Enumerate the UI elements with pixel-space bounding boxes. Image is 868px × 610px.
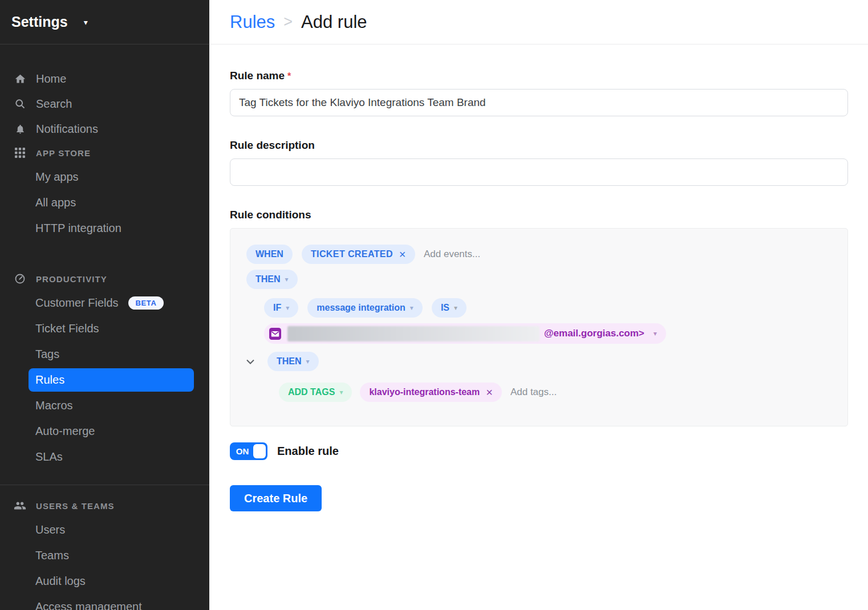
sidebar-item-label: Macros xyxy=(35,399,73,412)
condition-field-label: message integration xyxy=(317,303,405,313)
rule-name-label-row: Rule name* xyxy=(230,70,848,82)
tag-chip-klaviyo-integrations-team[interactable]: klaviyo-integrations-team × xyxy=(360,383,502,402)
bell-icon xyxy=(14,123,26,135)
caret-down-icon: ▾ xyxy=(285,275,289,283)
when-keyword-pill[interactable]: WHEN xyxy=(246,245,293,264)
sidebar-item-label: Search xyxy=(36,97,72,111)
sidebar-section-users-teams[interactable]: USERS & TEAMS xyxy=(0,494,209,517)
create-rule-button[interactable]: Create Rule xyxy=(230,485,322,511)
toggle-state-label: ON xyxy=(232,446,253,456)
caret-down-icon: ▾ xyxy=(654,330,657,337)
sidebar-section-label: PRODUCTIVITY xyxy=(36,274,107,284)
sidebar-item-http-integration[interactable]: HTTP integration xyxy=(0,215,209,241)
sidebar-item-label: Ticket Fields xyxy=(35,322,99,335)
sidebar-item-slas[interactable]: SLAs xyxy=(0,444,209,470)
people-icon xyxy=(14,499,26,512)
caret-down-icon: ▾ xyxy=(339,388,343,396)
settings-sidebar: Settings ▾ Home Search Notifications xyxy=(0,0,209,610)
caret-down-icon: ▾ xyxy=(286,304,289,312)
remove-event-icon[interactable]: × xyxy=(399,249,406,260)
rule-name-input[interactable] xyxy=(230,89,848,116)
sidebar-item-label: My apps xyxy=(35,170,79,184)
rule-name-label: Rule name xyxy=(230,70,285,82)
rule-description-label: Rule description xyxy=(230,139,848,152)
sidebar-item-notifications[interactable]: Notifications xyxy=(0,116,209,141)
sidebar-item-access-management[interactable]: Access management xyxy=(0,594,209,610)
sidebar-item-users[interactable]: Users xyxy=(0,517,209,543)
then-keyword-pill[interactable]: THEN ▾ xyxy=(246,270,298,289)
search-icon xyxy=(14,97,26,110)
toggle-knob xyxy=(253,444,266,458)
required-marker: * xyxy=(287,71,291,81)
sidebar-item-label: Auto-merge xyxy=(35,425,95,438)
then-label: THEN xyxy=(277,356,302,367)
sidebar-item-label: Audit logs xyxy=(35,575,86,588)
add-tags-input[interactable]: Add tags... xyxy=(510,387,557,398)
caret-down-icon: ▾ xyxy=(306,357,310,365)
sidebar-divider xyxy=(0,485,209,485)
breadcrumb-separator-icon: > xyxy=(283,13,293,31)
rule-conditions-panel: WHEN TICKET CREATED × Add events... THEN… xyxy=(230,228,848,426)
home-icon xyxy=(14,72,26,85)
sidebar-section-label: APP STORE xyxy=(36,148,91,158)
sidebar-item-audit-logs[interactable]: Audit logs xyxy=(0,568,209,594)
sidebar-item-tags[interactable]: Tags xyxy=(0,341,209,367)
redacted-integration-name xyxy=(287,326,540,341)
integration-email-suffix: @email.gorgias.com> xyxy=(544,328,644,339)
envelope-icon xyxy=(269,328,281,340)
if-label: IF xyxy=(273,303,281,313)
when-label: WHEN xyxy=(255,249,283,259)
sidebar-section-app-store[interactable]: APP STORE xyxy=(0,141,209,164)
caret-down-icon: ▾ xyxy=(410,304,413,312)
rule-description-input[interactable] xyxy=(230,158,848,186)
sidebar-item-customer-fields[interactable]: Customer Fields BETA xyxy=(0,290,209,316)
collapse-chevron-icon[interactable] xyxy=(246,359,254,364)
enable-rule-label: Enable rule xyxy=(277,445,339,458)
add-tags-action-label: ADD TAGS xyxy=(288,387,335,397)
then-label: THEN xyxy=(255,274,281,284)
if-keyword-pill[interactable]: IF ▾ xyxy=(264,298,298,318)
sidebar-header[interactable]: Settings ▾ xyxy=(0,0,209,44)
sidebar-section-productivity[interactable]: PRODUCTIVITY xyxy=(0,267,209,290)
main-panel: Rules > Add rule Rule name* Rule descrip… xyxy=(209,0,868,610)
beta-badge: BETA xyxy=(128,296,164,310)
page-title: Add rule xyxy=(301,12,367,32)
grid-icon xyxy=(14,147,26,159)
sidebar-item-label: SLAs xyxy=(35,450,63,463)
speedometer-icon xyxy=(14,273,26,285)
event-chip-label: TICKET CREATED xyxy=(311,249,393,259)
sidebar-item-label: HTTP integration xyxy=(35,222,121,235)
sidebar-item-search[interactable]: Search xyxy=(0,91,209,116)
sidebar-item-rules[interactable]: Rules xyxy=(29,368,194,392)
then2-keyword-pill[interactable]: THEN ▾ xyxy=(267,352,319,371)
sidebar-item-macros[interactable]: Macros xyxy=(0,393,209,418)
sidebar-item-label: Home xyxy=(36,72,66,86)
sidebar-item-label: Rules xyxy=(35,373,64,387)
event-chip-ticket-created[interactable]: TICKET CREATED × xyxy=(302,245,415,264)
sidebar-item-label: Access management xyxy=(35,600,142,610)
sidebar-section-label: USERS & TEAMS xyxy=(36,501,115,511)
enable-rule-toggle[interactable]: ON xyxy=(230,442,267,460)
chevron-down-icon: ▾ xyxy=(84,18,88,27)
sidebar-item-my-apps[interactable]: My apps xyxy=(0,164,209,190)
add-tags-action-dropdown[interactable]: ADD TAGS ▾ xyxy=(279,383,352,402)
sidebar-item-label: Teams xyxy=(35,549,69,562)
operator-dropdown[interactable]: IS ▾ xyxy=(432,298,467,318)
sidebar-item-ticket-fields[interactable]: Ticket Fields xyxy=(0,316,209,341)
sidebar-item-label: Notifications xyxy=(36,123,98,136)
sidebar-item-all-apps[interactable]: All apps xyxy=(0,190,209,215)
remove-tag-icon[interactable]: × xyxy=(486,387,493,398)
sidebar-item-label: All apps xyxy=(35,196,76,209)
sidebar-item-teams[interactable]: Teams xyxy=(0,543,209,568)
integration-value-chip[interactable]: @email.gorgias.com> ▾ xyxy=(264,323,666,344)
rule-conditions-label: Rule conditions xyxy=(230,209,848,221)
caret-down-icon: ▾ xyxy=(454,304,457,312)
tag-chip-label: klaviyo-integrations-team xyxy=(369,387,480,397)
sidebar-title: Settings xyxy=(11,14,68,30)
sidebar-item-auto-merge[interactable]: Auto-merge xyxy=(0,418,209,444)
sidebar-item-home[interactable]: Home xyxy=(0,66,209,91)
breadcrumb-rules-link[interactable]: Rules xyxy=(230,12,275,32)
condition-field-dropdown[interactable]: message integration ▾ xyxy=(307,298,423,318)
add-events-input[interactable]: Add events... xyxy=(424,249,480,260)
sidebar-item-label: Users xyxy=(35,523,65,536)
